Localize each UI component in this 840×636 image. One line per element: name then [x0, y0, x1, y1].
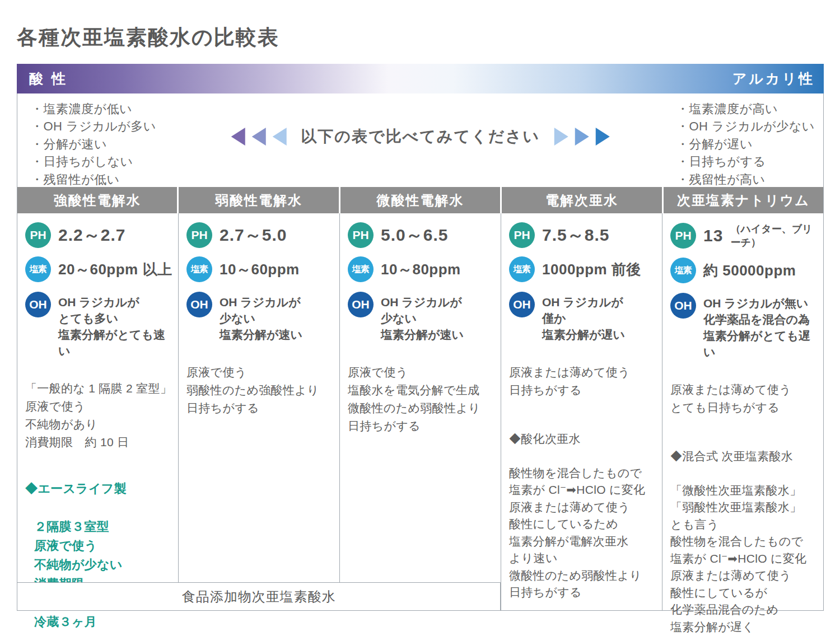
trait-item: ・塩素濃度が低い	[31, 100, 156, 118]
ph-row: PH 5.0～6.5	[348, 222, 495, 248]
ph-value: 5.0～6.5	[381, 224, 448, 247]
oh-description: OH ラジカルが 少ない 塩素分解が速い	[220, 292, 302, 343]
right-arrow-icon	[575, 128, 589, 146]
column-header-row: 強酸性電解水 弱酸性電解水 微酸性電解水 電解次亜水 次亜塩素ナトリウム	[17, 187, 823, 213]
ph-value: 2.7～5.0	[220, 224, 287, 247]
oh-description: OH ラジカルが 少ない 塩素分解が速い	[381, 292, 464, 343]
ph-badge-icon: PH	[670, 223, 696, 249]
column-notes: 「一般的な 1 隔膜 2 室型」 原液で使う 不純物があり 消費期限 約 10 …	[25, 380, 172, 451]
traits-band: ・塩素濃度が低い ・OH ラジカルが多い ・分解が速い ・日持ちがしない ・残留…	[17, 93, 823, 187]
acid-alkali-gradient-bar: 酸 性 アルカリ性	[17, 64, 824, 93]
trait-item: ・OH ラジカルが少ない	[676, 118, 815, 135]
column-notes: 原液または薄めて使う とても日持ちがする	[670, 381, 818, 417]
oh-badge-icon: OH	[186, 292, 212, 317]
column-notes: 原液または薄めて使う 日持ちがする	[509, 363, 656, 399]
left-arrow-icon	[272, 128, 286, 146]
chlorine-badge-icon: 塩素	[25, 256, 51, 282]
comparison-table: 酸 性 アルカリ性 ・塩素濃度が低い ・OH ラジカルが多い ・分解が速い ・日…	[17, 64, 824, 611]
ph-row: PH 2.7～5.0	[186, 222, 334, 248]
oxidized-hypo-notes: ◆酸化次亜水 酸性物を混合したもので 塩素が Cl⁻➡HClO に変化 原液また…	[509, 414, 656, 618]
trait-item: ・残留性が低い	[31, 171, 156, 188]
chlorine-value: 20～60ppm 以上	[58, 260, 172, 279]
compare-prompt-row: 以下の表で比べてみてください	[231, 126, 610, 147]
chlorine-badge-icon: 塩素	[186, 256, 212, 282]
oh-row: OH OH ラジカルが 少ない 塩素分解が速い	[186, 292, 334, 343]
acidic-traits-list: ・塩素濃度が低い ・OH ラジカルが多い ・分解が速い ・日持ちがしない ・残留…	[31, 100, 156, 188]
infographic-page: 各種次亜塩素酸水の比較表 酸 性 アルカリ性 ・塩素濃度が低い ・OH ラジカル…	[0, 0, 840, 636]
extra-notes-body: 酸性物を混合したもので 塩素が Cl⁻➡HClO に変化 原液または薄めて使う …	[509, 465, 656, 601]
column-electrolyzed-hypo: PH 7.5～8.5 塩素 1000ppm 前後 OH OH ラジカルが 僅か …	[501, 213, 662, 610]
extra-notes-body: 「微酸性次亜塩素酸水」 「弱酸性次亜塩素酸水」 とも言う 酸性物を混合したもので…	[670, 482, 818, 636]
oh-badge-icon: OH	[348, 292, 374, 317]
table-board: ・塩素濃度が低い ・OH ラジカルが多い ・分解が速い ・日持ちがしない ・残留…	[17, 93, 824, 611]
alkali-label: アルカリ性	[732, 69, 824, 88]
maker-highlight-body: ２隔膜３室型 原液で使う 不純物が少ない 消費期限 常温１ヶ月 冷蔵３ヶ月	[25, 517, 172, 632]
column-header-electrolyzed: 電解次亜水	[502, 187, 661, 213]
trait-item: ・分解が速い	[31, 135, 156, 153]
column-header-strong-acid: 強酸性電解水	[17, 187, 177, 213]
maker-highlight-heading: ◆エースライフ製	[25, 479, 172, 498]
chlorine-value: 10～60ppm	[220, 260, 300, 279]
oh-description: OH ラジカルが無い 化学薬品を混合の為 塩素分解がとても遅い	[703, 293, 818, 361]
oh-badge-icon: OH	[670, 293, 696, 319]
ph-badge-icon: PH	[186, 222, 212, 248]
column-slight-acid: PH 5.0～6.5 塩素 10～80ppm OH OH ラジカルが 少ない 塩…	[339, 213, 501, 582]
ph-value: 7.5～8.5	[542, 224, 609, 247]
chlorine-value: 1000ppm 前後	[542, 260, 641, 279]
column-content-area: PH 2.2～2.7 塩素 20～60ppm 以上 OH OH ラジカルが とて…	[17, 213, 823, 610]
ph-row: PH 13 （ハイター、ブリーチ）	[670, 222, 818, 249]
right-arrow-icon	[554, 128, 568, 146]
oh-row: OH OH ラジカルが無い 化学薬品を混合の為 塩素分解がとても遅い	[670, 293, 818, 361]
compare-prompt: 以下の表で比べてみてください	[301, 126, 540, 147]
column-notes: 原液で使う 弱酸性のため強酸性より 日持ちがする	[186, 363, 334, 417]
column-header-slight-acid: 微酸性電解水	[340, 187, 500, 213]
ph-value: 2.2～2.7	[58, 224, 125, 247]
trait-item: ・OH ラジカルが多い	[31, 118, 156, 135]
chlorine-row: 塩素 10～60ppm	[186, 256, 334, 282]
ph-badge-icon: PH	[509, 222, 535, 248]
ph-row: PH 7.5～8.5	[509, 222, 656, 248]
trait-item: ・分解が遅い	[676, 135, 815, 153]
ph-badge-icon: PH	[25, 222, 51, 248]
chlorine-badge-icon: 塩素	[670, 258, 696, 283]
acid-label: 酸 性	[17, 69, 68, 88]
trait-item: ・塩素濃度が高い	[676, 100, 815, 118]
chlorine-value: 約 50000ppm	[703, 261, 796, 280]
trait-item: ・残留性が高い	[676, 171, 815, 188]
chlorine-row: 塩素 1000ppm 前後	[509, 256, 656, 282]
column-weak-acid: PH 2.7～5.0 塩素 10～60ppm OH OH ラジカルが 少ない 塩…	[178, 213, 339, 582]
oh-badge-icon: OH	[25, 292, 51, 317]
chlorine-row: 塩素 10～80ppm	[348, 256, 495, 282]
chlorine-row: 塩素 20～60ppm 以上	[25, 256, 172, 282]
oh-description: OH ラジカルが とても多い 塩素分解がとても速い	[58, 292, 172, 359]
oh-badge-icon: OH	[509, 292, 535, 317]
left-arrow-icon	[231, 128, 245, 146]
mixed-hypo-notes: ◆混合式 次亜塩素酸水 「微酸性次亜塩素酸水」 「弱酸性次亜塩素酸水」 とも言う…	[670, 431, 818, 636]
page-title: 各種次亜塩素酸水の比較表	[17, 24, 279, 52]
chlorine-row: 塩素 約 50000ppm	[670, 258, 818, 283]
alkaline-traits-list: ・塩素濃度が高い ・OH ラジカルが少ない ・分解が遅い ・日持ちがする ・残留…	[676, 100, 815, 188]
oh-row: OH OH ラジカルが 少ない 塩素分解が速い	[348, 292, 495, 343]
column-sodium-hypochlorite: PH 13 （ハイター、ブリーチ） 塩素 約 50000ppm OH OH ラジ…	[662, 213, 823, 610]
ph-value: 13	[703, 226, 723, 245]
trait-item: ・日持ちがしない	[31, 153, 156, 170]
oh-description: OH ラジカルが 僅か 塩素分解が遅い	[542, 292, 625, 343]
oh-row: OH OH ラジカルが とても多い 塩素分解がとても速い	[25, 292, 172, 359]
chlorine-badge-icon: 塩素	[348, 256, 374, 282]
column-notes: 原液で使う 塩酸水を電気分解で生成 微酸性のため弱酸性より 日持ちがする	[348, 363, 495, 435]
food-additive-span-cell: 食品添加物次亜塩素酸水	[17, 582, 501, 610]
left-arrow-icon	[251, 128, 265, 146]
right-arrow-icon	[596, 128, 610, 146]
trait-item: ・日持ちがする	[676, 153, 815, 170]
oh-row: OH OH ラジカルが 僅か 塩素分解が遅い	[509, 292, 656, 343]
extra-notes-heading: ◆酸化次亜水	[509, 431, 656, 447]
ph-note: （ハイター、ブリーチ）	[730, 222, 818, 249]
column-header-weak-acid: 弱酸性電解水	[179, 187, 338, 213]
column-strong-acid: PH 2.2～2.7 塩素 20～60ppm 以上 OH OH ラジカルが とて…	[17, 213, 178, 582]
ph-row: PH 2.2～2.7	[25, 222, 172, 248]
column-header-hypochlorite: 次亜塩素ナトリウム	[664, 187, 823, 213]
extra-notes-heading: ◆混合式 次亜塩素酸水	[670, 448, 818, 465]
ph-badge-icon: PH	[348, 222, 374, 248]
chlorine-badge-icon: 塩素	[509, 256, 535, 282]
chlorine-value: 10～80ppm	[381, 260, 461, 279]
